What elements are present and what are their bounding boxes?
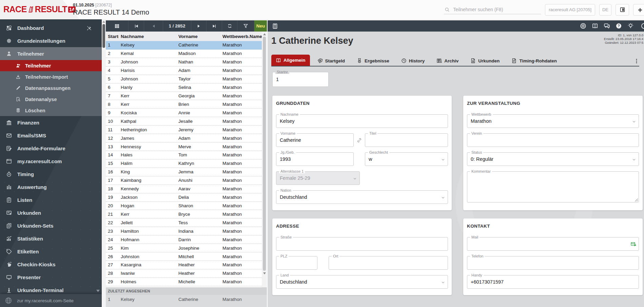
sidebar-item-teilnehmer[interactable]: Teilnehmer (0, 47, 102, 60)
table-row[interactable]: 16KingJemmaMarathon (106, 168, 262, 176)
field-land[interactable]: LandDeutschland (276, 275, 448, 289)
column-header-nachname[interactable]: Nachname (119, 34, 176, 39)
recently-viewed-row[interactable]: 1KelseyCatherineMarathon (106, 295, 267, 307)
table-row[interactable]: 9KociskaAnnieMarathon (106, 109, 262, 117)
column-header-wettbewerb-name[interactable]: Wettbewerb.Name (220, 34, 262, 39)
table-row[interactable]: 14HalesTomMarathon (106, 151, 262, 159)
chip-record-icon[interactable] (580, 23, 586, 29)
sidebar-item-my-raceresult-com[interactable]: my.raceresult.com (0, 155, 102, 168)
table-row[interactable]: 7KerrGeorgiaMarathon (106, 92, 262, 100)
table-row[interactable]: 22JellettTessMarathon (106, 218, 262, 227)
sidebar-subitem-teilnehmer-import[interactable]: Teilnehmer-Import (0, 71, 102, 82)
sidebar-item-timing[interactable]: 45Timing (0, 168, 102, 180)
previous-record-button[interactable] (144, 20, 163, 32)
idea-lightbulb-icon[interactable] (627, 23, 634, 29)
clipped-circle-icon[interactable] (641, 23, 644, 29)
tab-startgeld[interactable]: Startgeld (313, 56, 350, 66)
table-row[interactable]: 24HofmannDarrinMarathon (106, 235, 262, 244)
field-jg-geb[interactable]: Jg./Geb.1993 (276, 152, 354, 166)
table-row[interactable]: 23HamiltonIndianaMarathon (106, 227, 262, 235)
participant-search[interactable] (444, 5, 541, 14)
last-record-button[interactable] (207, 20, 222, 32)
add-window-button[interactable] (633, 4, 644, 16)
sidebar-item-listen[interactable]: Listen (0, 193, 102, 206)
table-row[interactable]: 25KimJosephineMarathon (106, 244, 262, 252)
tab-urkunden[interactable]: Urkunden (466, 56, 504, 66)
field-altersklasse-1[interactable]: Altersklasse 1Female 25-29 (276, 171, 360, 185)
table-row[interactable]: 11HetheringtonJeremyMarathon (106, 126, 262, 134)
tab-allgemein[interactable]: Allgemein (271, 55, 310, 66)
sidebar-item-finanzen[interactable]: Finanzen (0, 116, 102, 129)
sidebar-item-anmelde-formulare[interactable]: Anmelde-Formulare (0, 142, 102, 155)
field-titel[interactable]: Titel (365, 133, 448, 147)
table-row[interactable]: 3JohnsonNathanMarathon (106, 58, 262, 66)
table-row[interactable]: 17KaimbangAnushiMarathon (106, 176, 262, 185)
sidebar-subitem-teilnehmer[interactable]: Teilnehmer (0, 60, 102, 71)
tab-history[interactable]: History (397, 56, 429, 66)
sidebar-footer-link[interactable]: zur my.raceresult.com-Seite (0, 294, 102, 307)
sidebar-item-statistiken[interactable]: Statistiken (0, 232, 102, 245)
field-stra-e[interactable]: Straße (276, 237, 448, 251)
column-header-vorname[interactable]: Vorname (176, 34, 220, 39)
table-scrollbar[interactable] (262, 32, 267, 287)
sidebar-item-auswertung[interactable]: Auswertung (0, 180, 102, 193)
field-wettbewerb[interactable]: WettbewerbMarathon (467, 114, 639, 128)
link-participants-button[interactable] (354, 133, 365, 147)
table-row[interactable]: 29HolmesMichelleMarathon (106, 278, 262, 286)
search-input[interactable] (452, 6, 540, 13)
first-record-button[interactable] (129, 20, 144, 32)
table-row[interactable]: 5JohnsonTaylorMarathon (106, 75, 262, 83)
sidebar-item-emails-sms[interactable]: Emails/SMS (0, 129, 102, 142)
table-row[interactable]: 26JohnstonMitchellMarathon (106, 252, 262, 261)
table-row[interactable]: 10KathpalJesalleMarathon (106, 117, 262, 126)
table-row[interactable]: 8KerrBrienMarathon (106, 100, 262, 109)
help-icon[interactable]: ? (616, 23, 622, 29)
sidebar-item-etiketten[interactable]: Etiketten (0, 245, 102, 258)
tab-ergebnisse[interactable]: Ergebnisse (352, 56, 394, 66)
table-row[interactable]: 13HennessyMerveMarathon (106, 142, 262, 151)
table-scrollbar-thumb[interactable] (263, 37, 266, 271)
table-scrollbar-down-arrow[interactable] (263, 272, 266, 274)
unpin-sidebar-button[interactable] (86, 25, 97, 31)
table-row[interactable]: 27KasarginaHeatherMarathon (106, 261, 262, 269)
field-mail[interactable]: Mail (467, 237, 639, 251)
field-nation[interactable]: NationDeutschland (276, 190, 448, 204)
sidebar-item-checkin-kiosks[interactable]: Checkin-Kiosks (0, 258, 102, 271)
next-record-button[interactable] (191, 20, 207, 32)
table-row[interactable]: 2KemalMadisonMarathon (106, 50, 262, 58)
table-row[interactable]: 19JacksonDeliaMarathon (106, 193, 262, 202)
field-geschlecht[interactable]: Geschlechtw (365, 152, 448, 166)
table-row[interactable]: 4HarisisAdamMarathon (106, 66, 262, 75)
sidebar-item-dashboard[interactable]: Dashboard (0, 21, 102, 34)
tab-overflow-menu[interactable] (634, 58, 639, 66)
field-vorname[interactable]: VornameCatherine (276, 133, 354, 147)
tab-timing-rohdaten[interactable]: Timing-Rohdaten (507, 56, 561, 66)
table-row[interactable]: 15HalimKathrynMarathon (106, 159, 262, 168)
new-participant-button[interactable]: Neu (254, 20, 267, 32)
table-row[interactable]: 18KennedyAaravMarathon (106, 185, 262, 193)
table-row[interactable]: 12JamesAdamMarathon (106, 134, 262, 142)
sidebar-subitem-datenanpassungen[interactable]: Datenanpassungen (0, 82, 102, 94)
sidebar-item-presenter[interactable]: Presenter (0, 271, 102, 284)
filter-button[interactable] (237, 20, 254, 32)
sidebar-scrollbar[interactable] (102, 19, 106, 307)
resize-handle[interactable] (635, 198, 638, 202)
sidebar-subitem-datenanalyse[interactable]: Datenanalyse (0, 94, 102, 105)
app-logo[interactable]: RACE RESULT 14 (3, 4, 76, 14)
calculator-button[interactable] (272, 23, 278, 29)
sidebar-item-grundeinstellungen[interactable]: Grundeinstellungen (0, 34, 102, 47)
refresh-button[interactable] (222, 20, 237, 32)
field-status[interactable]: Status0: Regulär (467, 152, 639, 166)
column-header-startnr[interactable]: Startnr (106, 34, 119, 39)
field-handy[interactable]: Handy+60173071597 (467, 275, 639, 289)
account-button[interactable]: raceresult AG [20705] (545, 4, 595, 16)
sidebar-item-urkunden[interactable]: Urkunden (0, 206, 102, 219)
field-verein[interactable]: Verein (467, 133, 639, 147)
table-row[interactable]: 6HanlySelinaMarathon (106, 83, 262, 92)
language-button[interactable]: DE (599, 4, 611, 16)
field-startnr[interactable]: Startnr 1 (272, 72, 329, 87)
table-row[interactable]: 20HoganSharonMarathon (106, 202, 262, 210)
sidebar-scrollbar-up-arrow[interactable] (102, 21, 105, 23)
chat-support-icon[interactable] (604, 23, 610, 29)
table-row[interactable]: 21KerrBryceMarathon (106, 210, 262, 218)
